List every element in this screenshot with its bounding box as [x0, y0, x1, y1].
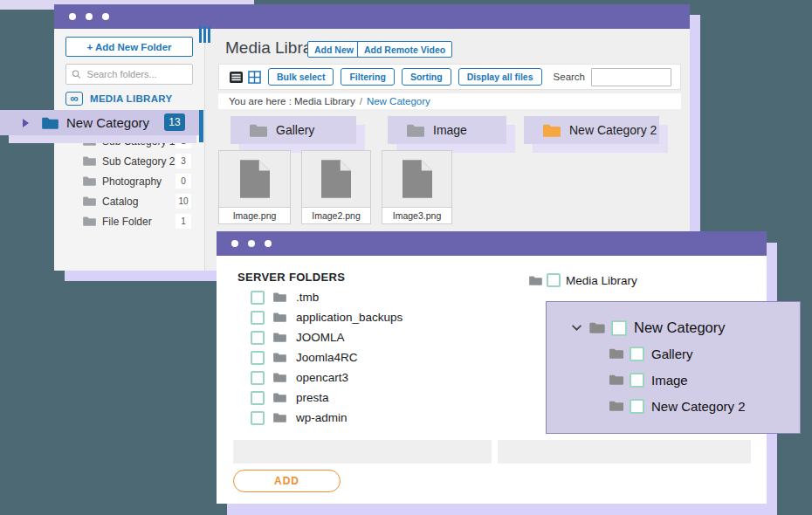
chevron-down-icon[interactable] [572, 325, 581, 331]
tree-root-label: Media Library [566, 274, 637, 287]
folder-count-badge: 0 [175, 174, 191, 189]
folder-icon [273, 393, 286, 402]
list-view-icon[interactable] [230, 71, 243, 84]
tree-item-label: New Category [634, 319, 726, 336]
folder-checkbox[interactable] [251, 311, 265, 325]
folder-icon [273, 312, 286, 322]
sidebar-item-catalog[interactable]: Catalog 10 [54, 191, 205, 211]
search-label: Search [554, 72, 585, 82]
folder-checkbox[interactable] [251, 331, 265, 345]
sidebar-item-sub-category-2[interactable]: Sub Category 2 3 [54, 151, 205, 171]
folder-label: File Folder [102, 216, 152, 228]
folder-icon [407, 124, 424, 137]
toolbar: Bulk select Filtering Sorting Display al… [218, 64, 681, 90]
tree-checkbox[interactable] [611, 320, 627, 336]
folder-checkbox[interactable] [251, 411, 265, 425]
server-folder-row-joomla[interactable]: JOOMLA [251, 327, 403, 347]
window-control-dot [231, 240, 238, 247]
document-icon [403, 160, 432, 198]
window-control-dot [86, 13, 93, 20]
breadcrumb: You are here : Media Library / New Categ… [218, 93, 681, 109]
folder-icon [609, 348, 623, 359]
file-card[interactable]: Image2.png [301, 150, 371, 224]
folder-icon [543, 124, 561, 137]
folder-icon [589, 322, 605, 333]
add-remote-video-button[interactable]: Add Remote Video [357, 41, 452, 58]
file-card[interactable]: Image.png [218, 150, 291, 224]
folder-card-label: New Category 2 [569, 123, 657, 137]
sidebar-item-file-folder[interactable]: File Folder 1 [54, 211, 205, 231]
document-icon [321, 160, 351, 198]
server-folder-row-application-backups[interactable]: application_backups [251, 307, 403, 327]
folder-label: Photography [102, 175, 162, 188]
add-new-folder-button[interactable]: + Add New Folder [65, 37, 193, 57]
folder-card-gallery[interactable]: Gallery [231, 116, 356, 144]
bulk-select-button[interactable]: Bulk select [268, 68, 334, 86]
breadcrumb-current-link[interactable]: New Category [367, 96, 430, 106]
folder-icon [273, 413, 286, 422]
expand-caret-icon[interactable] [23, 119, 29, 127]
folder-checkbox[interactable] [251, 391, 265, 405]
tree-checkbox[interactable] [630, 399, 644, 414]
server-folder-label: presta [296, 391, 329, 404]
media-library-logo-icon: ∞ [65, 92, 83, 106]
folder-checkbox[interactable] [251, 291, 265, 305]
tree-item-label: Image [651, 373, 688, 388]
server-folder-row-tmb[interactable]: .tmb [251, 287, 403, 307]
active-folder-count-badge: 13 [164, 113, 185, 131]
sidebar-item-new-category-active[interactable]: New Category 13 [0, 110, 203, 135]
folder-card-label: Image [433, 123, 467, 137]
search-icon [72, 69, 81, 79]
folder-checkbox[interactable] [251, 351, 265, 365]
media-search-input[interactable] [591, 68, 671, 86]
file-thumbnail [382, 151, 451, 207]
server-folder-label: application_backups [296, 311, 403, 324]
folder-icon [273, 333, 286, 342]
input-bar-left[interactable] [233, 440, 492, 464]
folder-icon [273, 292, 286, 302]
folder-card-new-category-2[interactable]: New Category 2 [524, 116, 659, 144]
folder-icon [83, 156, 96, 166]
window-control-dot [248, 240, 255, 247]
category-tree-panel: New Category Gallery Image New Category … [546, 301, 801, 434]
add-button[interactable]: ADD [233, 470, 341, 492]
folders-sidebar: + Add New Folder ∞ MEDIA LIBRARY Sub Cat… [54, 29, 205, 271]
active-row-offset-shadow [9, 135, 196, 143]
server-folder-label: JOOMLA [296, 331, 345, 344]
folder-label: Sub Category 2 [102, 155, 175, 168]
server-folder-row-wp-admin[interactable]: wp-admin [251, 408, 403, 428]
folder-count-badge: 10 [175, 194, 191, 209]
tree-checkbox[interactable] [630, 373, 644, 388]
folder-card-image[interactable]: Image [388, 116, 506, 144]
display-all-files-button[interactable]: Display all files [458, 68, 542, 86]
breadcrumb-separator: / [360, 96, 362, 106]
sorting-button[interactable]: Sorting [402, 68, 451, 86]
tree-root-media-library[interactable]: Media Library [529, 273, 637, 287]
tree-item-image[interactable]: Image [609, 369, 688, 390]
sidebar-item-photography[interactable]: Photography 0 [54, 171, 205, 191]
active-item-indicator [199, 110, 203, 142]
grid-view-icon[interactable] [248, 71, 261, 84]
file-name: Image2.png [302, 207, 370, 223]
sidebar-item-media-library[interactable]: ∞ MEDIA LIBRARY [65, 92, 172, 106]
tree-checkbox[interactable] [630, 347, 644, 361]
tree-item-new-category[interactable]: New Category [564, 316, 726, 340]
file-thumbnail [302, 151, 370, 207]
server-folder-row-joomla4rc[interactable]: Joomla4RC [251, 347, 403, 367]
folder-search-box[interactable] [65, 64, 193, 85]
server-folder-row-presta[interactable]: presta [251, 388, 403, 408]
input-bar-right[interactable] [498, 440, 751, 464]
server-folder-row-opencart3[interactable]: opencart3 [251, 367, 403, 388]
sidebar-resize-handle[interactable] [199, 26, 210, 43]
folder-icon [529, 276, 542, 285]
folder-count-badge: 1 [175, 214, 191, 229]
document-icon [240, 160, 270, 198]
folder-search-input[interactable] [86, 68, 187, 80]
add-new-button[interactable]: Add New [307, 41, 361, 58]
filtering-button[interactable]: Filtering [341, 68, 394, 86]
folder-checkbox[interactable] [251, 371, 265, 385]
tree-root-checkbox[interactable] [547, 273, 561, 287]
file-card[interactable]: Image3.png [382, 150, 452, 224]
tree-item-new-category-2[interactable]: New Category 2 [609, 395, 746, 416]
tree-item-gallery[interactable]: Gallery [609, 343, 693, 364]
